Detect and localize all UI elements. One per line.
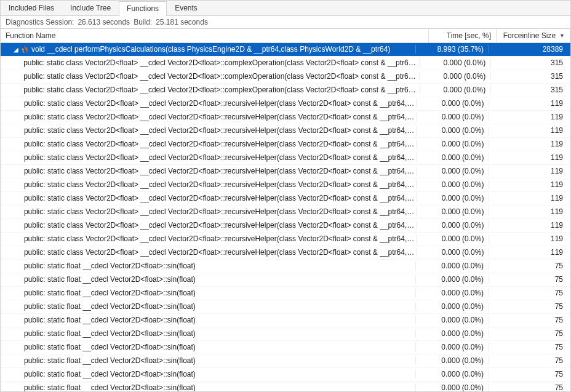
function-signature: public: static class Vector2D<float> __c…	[24, 180, 416, 189]
function-signature: public: static class Vector2D<float> __c…	[24, 248, 416, 257]
function-name-cell[interactable]: public: static class Vector2D<float> __c…	[1, 207, 416, 216]
time-cell: 0.000 (0.0%)	[416, 140, 489, 148]
function-row[interactable]: public: static class Vector2D<float> __c…	[1, 70, 570, 84]
tab-include-tree[interactable]: Include Tree	[62, 1, 119, 15]
function-row[interactable]: public: static float __cdecl Vector2D<fl…	[1, 354, 570, 368]
function-name-cell[interactable]: public: static class Vector2D<float> __c…	[1, 167, 416, 175]
function-name-cell[interactable]: public: static class Vector2D<float> __c…	[1, 72, 419, 81]
forceinline-size-cell: 119	[489, 140, 570, 148]
function-row[interactable]: public: static float __cdecl Vector2D<fl…	[1, 327, 570, 341]
tab-included-files[interactable]: Included Files	[1, 1, 62, 15]
function-name-cell[interactable]: public: static class Vector2D<float> __c…	[1, 221, 416, 230]
function-name-cell[interactable]: public: static float __cdecl Vector2D<fl…	[1, 356, 415, 365]
function-row[interactable]: public: static float __cdecl Vector2D<fl…	[1, 287, 570, 300]
column-header-forceinline-size[interactable]: Forceinline Size ▼	[497, 29, 570, 42]
function-row[interactable]: public: static class Vector2D<float> __c…	[1, 219, 570, 233]
function-row[interactable]: public: static class Vector2D<float> __c…	[1, 57, 570, 70]
function-name-cell[interactable]: public: static class Vector2D<float> __c…	[1, 126, 416, 135]
function-row[interactable]: public: static float __cdecl Vector2D<fl…	[1, 368, 570, 382]
function-name-cell[interactable]: public: static float __cdecl Vector2D<fl…	[1, 302, 415, 311]
time-cell: 0.000 (0.0%)	[415, 275, 489, 284]
function-signature: public: static class Vector2D<float> __c…	[24, 194, 416, 202]
function-row[interactable]: public: static float __cdecl Vector2D<fl…	[1, 314, 570, 327]
function-signature: public: static class Vector2D<float> __c…	[24, 221, 416, 230]
function-signature: public: static class Vector2D<float> __c…	[24, 207, 416, 216]
forceinline-size-cell: 75	[489, 329, 570, 338]
time-cell: 0.000 (0.0%)	[416, 126, 489, 135]
function-name-cell[interactable]: public: static class Vector2D<float> __c…	[1, 58, 419, 67]
function-signature: public: static class Vector2D<float> __c…	[24, 126, 416, 135]
expand-toggle-icon[interactable]: ◢	[13, 46, 19, 53]
function-row[interactable]: public: static class Vector2D<float> __c…	[1, 84, 570, 97]
tab-bar: Included FilesInclude TreeFunctionsEvent…	[1, 1, 570, 16]
function-name-cell[interactable]: public: static float __cdecl Vector2D<fl…	[1, 343, 415, 351]
function-tree[interactable]: ◢void __cdecl performPhysicsCalculations…	[1, 43, 570, 391]
function-row[interactable]: public: static class Vector2D<float> __c…	[1, 124, 570, 138]
function-row[interactable]: public: static float __cdecl Vector2D<fl…	[1, 341, 570, 354]
function-row[interactable]: ◢void __cdecl performPhysicsCalculations…	[1, 43, 570, 57]
time-cell: 0.000 (0.0%)	[416, 194, 489, 202]
forceinline-size-cell: 28389	[489, 45, 570, 54]
function-row[interactable]: public: static float __cdecl Vector2D<fl…	[1, 300, 570, 314]
function-name-cell[interactable]: public: static class Vector2D<float> __c…	[1, 99, 416, 108]
function-signature: public: static float __cdecl Vector2D<fl…	[24, 383, 196, 391]
forceinline-size-cell: 119	[489, 221, 570, 230]
time-cell: 0.000 (0.0%)	[415, 329, 489, 338]
function-row[interactable]: public: static class Vector2D<float> __c…	[1, 178, 570, 192]
forceinline-size-cell: 75	[489, 302, 570, 311]
function-name-cell[interactable]: public: static float __cdecl Vector2D<fl…	[1, 262, 415, 270]
column-header-function-name[interactable]: Function Name	[1, 29, 429, 42]
function-name-cell[interactable]: public: static class Vector2D<float> __c…	[1, 153, 416, 162]
function-name-cell[interactable]: public: static float __cdecl Vector2D<fl…	[1, 383, 415, 391]
tab-events[interactable]: Events	[167, 1, 206, 15]
function-name-cell[interactable]: public: static class Vector2D<float> __c…	[1, 113, 416, 121]
function-signature: public: static float __cdecl Vector2D<fl…	[24, 302, 196, 311]
function-signature: public: static class Vector2D<float> __c…	[24, 167, 416, 175]
function-row[interactable]: public: static class Vector2D<float> __c…	[1, 138, 570, 151]
forceinline-size-cell: 315	[490, 86, 570, 94]
time-cell: 0.000 (0.0%)	[416, 99, 489, 108]
function-row[interactable]: public: static class Vector2D<float> __c…	[1, 233, 570, 246]
function-signature: public: static class Vector2D<float> __c…	[24, 234, 416, 243]
function-row[interactable]: public: static float __cdecl Vector2D<fl…	[1, 260, 570, 273]
function-row[interactable]: public: static class Vector2D<float> __c…	[1, 246, 570, 260]
function-row[interactable]: public: static class Vector2D<float> __c…	[1, 192, 570, 206]
function-name-cell[interactable]: public: static class Vector2D<float> __c…	[1, 194, 416, 202]
function-name-cell[interactable]: public: static class Vector2D<float> __c…	[1, 248, 416, 257]
function-row[interactable]: public: static class Vector2D<float> __c…	[1, 97, 570, 111]
time-cell: 0.000 (0.0%)	[415, 343, 489, 351]
time-cell: 0.000 (0.0%)	[415, 356, 489, 365]
forceinline-size-cell: 75	[489, 343, 570, 351]
forceinline-size-cell: 119	[489, 167, 570, 175]
tab-functions[interactable]: Functions	[119, 1, 167, 16]
forceinline-size-cell: 119	[489, 113, 570, 121]
function-row[interactable]: public: static class Vector2D<float> __c…	[1, 165, 570, 178]
hot-path-flame-icon	[20, 45, 29, 54]
function-row[interactable]: public: static class Vector2D<float> __c…	[1, 206, 570, 219]
forceinline-size-cell: 119	[489, 180, 570, 189]
function-name-cell[interactable]: public: static float __cdecl Vector2D<fl…	[1, 289, 415, 297]
function-name-cell[interactable]: public: static float __cdecl Vector2D<fl…	[1, 275, 415, 284]
function-name-cell[interactable]: public: static float __cdecl Vector2D<fl…	[1, 316, 415, 324]
function-name-cell[interactable]: ◢void __cdecl performPhysicsCalculations…	[1, 45, 415, 54]
function-signature: public: static class Vector2D<float> __c…	[24, 113, 416, 121]
function-signature: public: static class Vector2D<float> __c…	[24, 99, 416, 108]
function-name-cell[interactable]: public: static float __cdecl Vector2D<fl…	[1, 329, 415, 338]
forceinline-size-cell: 119	[489, 99, 570, 108]
time-cell: 0.000 (0.0%)	[416, 207, 489, 216]
function-row[interactable]: public: static float __cdecl Vector2D<fl…	[1, 382, 570, 391]
function-name-cell[interactable]: public: static float __cdecl Vector2D<fl…	[1, 370, 415, 378]
status-bar: Diagnostics Session: 26.613 seconds Buil…	[1, 16, 570, 29]
time-cell: 0.000 (0.0%)	[419, 86, 490, 94]
function-row[interactable]: public: static class Vector2D<float> __c…	[1, 111, 570, 124]
function-name-cell[interactable]: public: static class Vector2D<float> __c…	[1, 180, 416, 189]
function-row[interactable]: public: static class Vector2D<float> __c…	[1, 151, 570, 165]
function-name-cell[interactable]: public: static class Vector2D<float> __c…	[1, 234, 416, 243]
column-header-time[interactable]: Time [sec, %]	[429, 29, 497, 42]
function-name-cell[interactable]: public: static class Vector2D<float> __c…	[1, 86, 419, 94]
function-signature: public: static float __cdecl Vector2D<fl…	[24, 370, 196, 378]
function-signature: public: static float __cdecl Vector2D<fl…	[24, 356, 196, 365]
function-row[interactable]: public: static float __cdecl Vector2D<fl…	[1, 273, 570, 287]
function-name-cell[interactable]: public: static class Vector2D<float> __c…	[1, 140, 416, 148]
forceinline-size-cell: 75	[489, 262, 570, 270]
